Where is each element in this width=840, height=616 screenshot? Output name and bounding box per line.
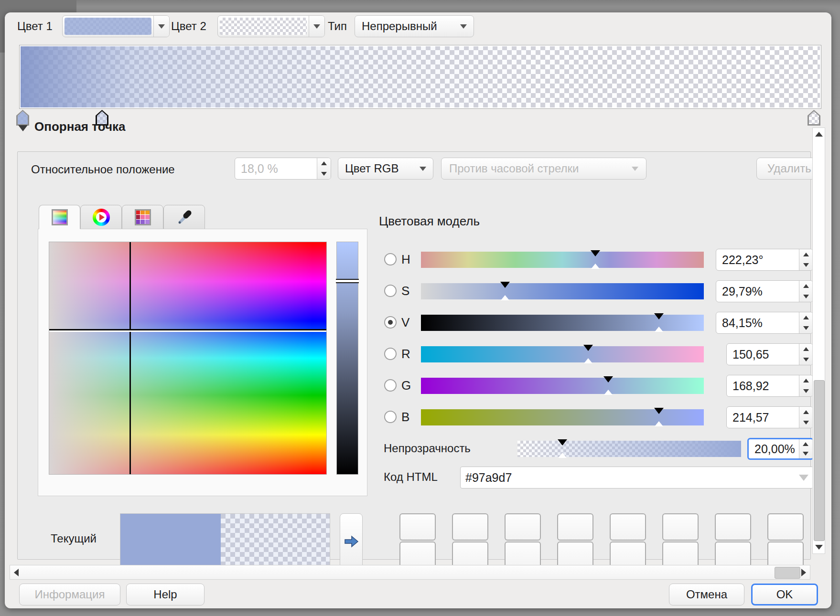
color-mode-dropdown[interactable]: Цвет RGB	[338, 158, 433, 180]
help-button[interactable]: Help	[126, 584, 205, 605]
vertical-scroll-thumb[interactable]	[814, 380, 825, 541]
scroll-down-icon[interactable]	[815, 545, 823, 550]
channel-letter: B	[401, 410, 409, 425]
eyedropper-icon	[176, 209, 193, 226]
horizontal-scrollbar[interactable]	[10, 565, 810, 580]
hue-saturation-field[interactable]	[49, 242, 327, 475]
tab-color-wheel[interactable]	[80, 205, 122, 229]
recent-swatch[interactable]	[505, 513, 541, 541]
value-slider[interactable]	[336, 242, 358, 475]
gradient-stop-start[interactable]	[16, 110, 29, 126]
recent-swatch[interactable]	[662, 513, 699, 541]
color1-dropdown-arrow[interactable]	[153, 16, 169, 37]
scroll-left-icon[interactable]	[14, 569, 19, 576]
r-spinner[interactable]: 150,65	[726, 343, 813, 365]
radio-b[interactable]	[384, 411, 397, 423]
s-spinner[interactable]: 29,79%	[716, 280, 813, 302]
g-slider[interactable]	[421, 378, 704, 394]
relative-position-spinner[interactable]: 18,0 %	[235, 158, 331, 180]
b-slider[interactable]	[421, 409, 704, 425]
arrow-right-icon	[343, 533, 359, 550]
chevron-down-icon	[799, 475, 808, 481]
delete-button-label: Удалить	[767, 162, 811, 175]
ok-button[interactable]: OK	[751, 584, 818, 605]
color1-swatch-tint	[65, 18, 151, 35]
color2-dropdown-arrow[interactable]	[309, 16, 324, 37]
g-spinner[interactable]: 168,92	[726, 375, 813, 397]
spectrum-picker-panel	[38, 229, 367, 496]
collapse-triangle-icon[interactable]	[18, 125, 28, 131]
spinner-stepper[interactable]	[799, 312, 813, 333]
b-spinner[interactable]: 214,57	[726, 406, 813, 428]
s-slider[interactable]	[421, 283, 704, 299]
v-slider[interactable]	[421, 315, 704, 331]
crosshair-vertical	[129, 242, 131, 474]
tab-spectrum-picker[interactable]	[39, 205, 80, 229]
recent-swatch[interactable]	[399, 513, 436, 541]
recent-swatch[interactable]	[767, 513, 804, 541]
recent-swatch[interactable]	[557, 513, 593, 541]
vertical-scrollbar[interactable]	[812, 127, 825, 554]
h-spinner[interactable]: 222,23°	[716, 249, 813, 271]
gradient-stop-end[interactable]	[808, 110, 820, 126]
color2-label: Цвет 2	[171, 19, 206, 33]
v-spinner[interactable]: 84,15%	[716, 312, 813, 334]
radio-s[interactable]	[384, 285, 397, 297]
scroll-right-icon[interactable]	[801, 569, 806, 576]
spinner-stepper[interactable]	[799, 375, 813, 396]
s-value: 29,79%	[716, 281, 799, 302]
type-dropdown[interactable]: Непрерывный	[355, 15, 474, 37]
delete-stop-button[interactable]: Удалить	[756, 158, 818, 180]
spinner-stepper[interactable]	[799, 281, 813, 302]
help-button-label: Help	[153, 588, 177, 601]
rotation-dropdown: Против часовой стрелки	[441, 158, 646, 180]
chevron-down-icon	[460, 24, 467, 29]
stop-properties-panel: Относительное положение 18,0 % Цвет RGB …	[17, 151, 811, 560]
recent-swatch[interactable]	[715, 513, 751, 541]
recent-swatch[interactable]	[452, 513, 488, 541]
opacity-spinner[interactable]: 20,00%	[747, 438, 814, 460]
html-code-value: #97a9d7	[465, 471, 512, 485]
color1-dropdown[interactable]	[62, 15, 170, 37]
cancel-button-label: Отмена	[686, 588, 727, 601]
gradient-preview-bar[interactable]	[19, 45, 821, 109]
radio-h[interactable]	[384, 253, 397, 266]
spinner-stepper[interactable]	[799, 249, 813, 270]
g-value: 168,92	[727, 375, 799, 396]
spinner-stepper[interactable]	[799, 439, 812, 458]
chevron-down-icon	[632, 167, 638, 171]
chevron-down-icon	[313, 24, 320, 29]
spinner-stepper[interactable]	[799, 344, 813, 365]
color2-dropdown[interactable]	[217, 15, 325, 37]
section-header: Опорная точка	[34, 119, 125, 134]
tab-palette[interactable]	[122, 205, 163, 229]
tab-eyedropper[interactable]	[163, 205, 205, 229]
color1-label: Цвет 1	[17, 19, 53, 33]
info-button: Информация	[19, 584, 120, 605]
spin-up-icon	[321, 161, 327, 165]
r-value: 150,65	[727, 344, 799, 365]
add-to-recent-button[interactable]	[340, 513, 363, 570]
scroll-up-icon[interactable]	[815, 132, 823, 137]
recent-swatch[interactable]	[610, 513, 646, 541]
relative-position-value: 18,0 %	[235, 158, 317, 179]
opacity-slider[interactable]	[517, 441, 741, 457]
cancel-button[interactable]: Отмена	[669, 584, 744, 605]
radio-g[interactable]	[384, 379, 397, 392]
channel-letter: R	[401, 347, 410, 361]
html-code-input[interactable]: #97a9d7	[460, 467, 814, 489]
chevron-down-icon	[158, 24, 165, 29]
horizontal-scroll-thumb[interactable]	[775, 567, 800, 579]
relative-position-label: Относительное положение	[31, 162, 175, 177]
type-label: Тип	[328, 19, 347, 33]
channel-letter: S	[401, 284, 409, 298]
spin-down-icon	[321, 172, 327, 176]
r-slider[interactable]	[421, 346, 704, 362]
info-button-label: Информация	[35, 588, 105, 601]
spinner-stepper[interactable]	[799, 407, 813, 428]
color1-swatch	[65, 18, 151, 35]
radio-v[interactable]	[384, 316, 397, 329]
h-slider[interactable]	[421, 252, 704, 268]
radio-r[interactable]	[384, 348, 397, 360]
spinner-stepper[interactable]	[317, 158, 331, 179]
